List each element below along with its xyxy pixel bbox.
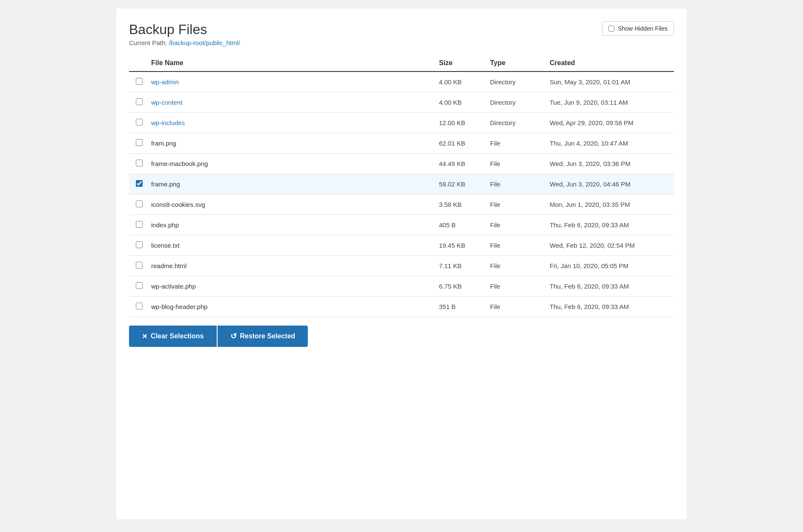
row-type: File (487, 174, 546, 194)
table-row: readme.html7.11 KBFileFri, Jan 10, 2020,… (129, 256, 674, 276)
row-size: 6.75 KB (436, 276, 487, 297)
row-checkbox-cell (129, 235, 148, 256)
row-checkbox-cell (129, 297, 148, 317)
row-checkbox-cell (129, 92, 148, 113)
row-size: 7.11 KB (436, 256, 487, 276)
row-filename: index.php (148, 215, 436, 235)
file-name-text: index.php (151, 221, 179, 229)
show-hidden-checkbox[interactable] (608, 26, 614, 31)
row-checkbox[interactable] (136, 139, 143, 146)
title-section: Backup Files Current Path: /backup-root/… (129, 21, 240, 46)
x-icon (142, 332, 147, 340)
clear-selections-label: Clear Selections (151, 332, 204, 340)
row-checkbox[interactable] (136, 282, 143, 289)
row-size: 19.45 KB (436, 235, 487, 256)
row-filename: fram.png (148, 133, 436, 154)
row-type: File (487, 194, 546, 215)
file-link[interactable]: wp-content (151, 99, 182, 106)
row-filename: icons8-cookies.svg (148, 194, 436, 215)
table-row: frame.png59.02 KBFileWed, Jun 3, 2020, 0… (129, 174, 674, 194)
row-checkbox-cell (129, 113, 148, 133)
row-created: Mon, Jun 1, 2020, 03:35 PM (546, 194, 674, 215)
row-created: Thu, Jun 4, 2020, 10:47 AM (546, 133, 674, 154)
row-created: Thu, Feb 6, 2020, 09:33 AM (546, 276, 674, 297)
row-checkbox-cell (129, 174, 148, 194)
row-type: File (487, 133, 546, 154)
row-checkbox[interactable] (136, 200, 143, 207)
row-type: File (487, 256, 546, 276)
file-link[interactable]: wp-includes (151, 119, 185, 126)
row-type: Directory (487, 92, 546, 113)
row-checkbox[interactable] (136, 303, 143, 309)
main-container: Backup Files Current Path: /backup-root/… (116, 9, 687, 519)
row-checkbox[interactable] (136, 221, 143, 228)
row-type: File (487, 297, 546, 317)
row-size: 4.00 KB (436, 72, 487, 92)
row-created: Wed, Apr 29, 2020, 09:58 PM (546, 113, 674, 133)
row-checkbox[interactable] (136, 262, 143, 269)
row-type: File (487, 215, 546, 235)
row-filename: wp-blog-header.php (148, 297, 436, 317)
table-row: wp-admin4.00 KBDirectorySun, May 3, 2020… (129, 72, 674, 92)
row-type: File (487, 276, 546, 297)
file-name-text: wp-activate.php (151, 283, 196, 290)
table-body: wp-admin4.00 KBDirectorySun, May 3, 2020… (129, 72, 674, 317)
row-checkbox-cell (129, 215, 148, 235)
row-checkbox[interactable] (136, 241, 143, 248)
page-header: Backup Files Current Path: /backup-root/… (129, 21, 674, 46)
row-type: Directory (487, 72, 546, 92)
row-type: Directory (487, 113, 546, 133)
row-filename: readme.html (148, 256, 436, 276)
row-size: 405 B (436, 215, 487, 235)
row-checkbox-cell (129, 154, 148, 174)
restore-selected-button[interactable]: Restore Selected (218, 326, 308, 347)
current-path: Current Path: /backup-root/public_html/ (129, 39, 240, 46)
file-name-text: icons8-cookies.svg (151, 201, 205, 208)
row-filename: wp-includes (148, 113, 436, 133)
table-header: File Name Size Type Created (129, 55, 674, 72)
bottom-actions: Clear Selections Restore Selected (129, 317, 674, 355)
row-size: 59.02 KB (436, 174, 487, 194)
restore-icon (230, 332, 237, 341)
file-name-text: frame-macbook.png (151, 160, 208, 167)
col-size: Size (436, 55, 487, 72)
row-checkbox-cell (129, 72, 148, 92)
row-checkbox-cell (129, 276, 148, 297)
file-name-text: wp-blog-header.php (151, 303, 208, 310)
table-row: frame-macbook.png44.49 KBFileWed, Jun 3,… (129, 154, 674, 174)
row-checkbox[interactable] (136, 119, 143, 126)
show-hidden-label: Show Hidden Files (618, 25, 668, 32)
row-type: File (487, 235, 546, 256)
row-checkbox-cell (129, 256, 148, 276)
row-created: Thu, Feb 6, 2020, 09:33 AM (546, 215, 674, 235)
page-title: Backup Files (129, 21, 240, 37)
row-checkbox-cell (129, 133, 148, 154)
row-checkbox[interactable] (136, 160, 143, 166)
row-size: 4.00 KB (436, 92, 487, 113)
table-wrapper: File Name Size Type Created wp-admin4.00… (129, 55, 674, 317)
row-filename: frame-macbook.png (148, 154, 436, 174)
row-size: 44.49 KB (436, 154, 487, 174)
files-table: File Name Size Type Created wp-admin4.00… (129, 55, 674, 317)
row-size: 12.00 KB (436, 113, 487, 133)
table-row: wp-blog-header.php351 BFileThu, Feb 6, 2… (129, 297, 674, 317)
row-checkbox[interactable] (136, 78, 143, 85)
file-link[interactable]: wp-admin (151, 78, 179, 86)
row-created: Sun, May 3, 2020, 01:01 AM (546, 72, 674, 92)
row-created: Wed, Feb 12, 2020, 02:54 PM (546, 235, 674, 256)
show-hidden-button[interactable]: Show Hidden Files (602, 21, 674, 36)
clear-selections-button[interactable]: Clear Selections (129, 326, 217, 347)
table-row: license.txt19.45 KBFileWed, Feb 12, 2020… (129, 235, 674, 256)
row-filename: frame.png (148, 174, 436, 194)
row-checkbox[interactable] (136, 98, 143, 105)
restore-selected-label: Restore Selected (240, 332, 295, 340)
row-checkbox[interactable] (136, 180, 143, 187)
current-path-link[interactable]: /backup-root/public_html/ (169, 39, 240, 46)
row-size: 62.01 KB (436, 133, 487, 154)
row-filename: wp-activate.php (148, 276, 436, 297)
row-created: Tue, Jun 9, 2020, 03:11 AM (546, 92, 674, 113)
row-filename: wp-admin (148, 72, 436, 92)
file-name-text: frame.png (151, 180, 180, 188)
col-type: Type (487, 55, 546, 72)
row-created: Wed, Jun 3, 2020, 03:36 PM (546, 154, 674, 174)
